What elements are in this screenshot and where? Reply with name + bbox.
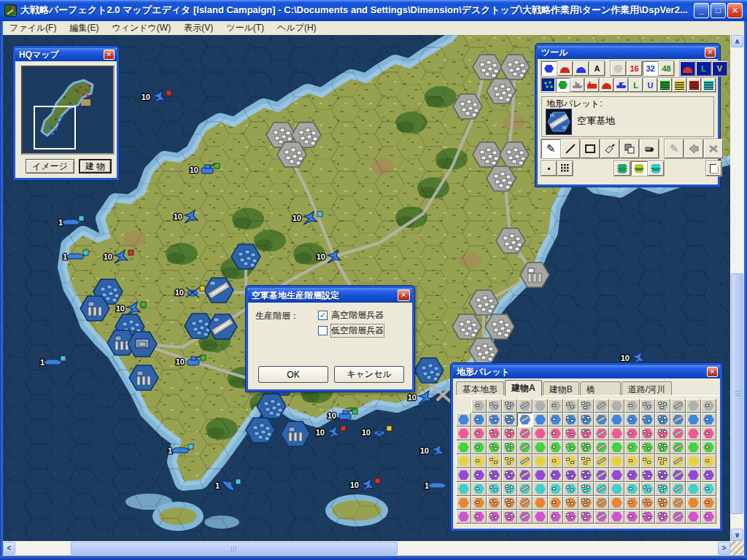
dialog-titlebar[interactable]: 空軍基地生産階層設定 ✕ [248, 288, 412, 303]
terrain-tile-r5c15[interactable] [686, 468, 701, 482]
terrain-tile-r2c16[interactable] [701, 427, 716, 440]
terrain-tile-r7c13[interactable] [655, 496, 670, 510]
bars-green-toggle[interactable] [658, 78, 672, 92]
terrain-tile-r3c12[interactable] [640, 440, 655, 454]
terrain-tile-r8c10[interactable] [609, 510, 624, 524]
terrain-tile-r5c8[interactable] [578, 468, 594, 482]
multi-dot-tool[interactable] [557, 161, 573, 176]
terrain-tile-r5c9[interactable] [594, 468, 609, 482]
terrain-tile-r2c0[interactable] [456, 427, 471, 440]
terrain-tile-r2c9[interactable] [594, 427, 609, 440]
dome-blue-toggle[interactable] [573, 61, 589, 76]
terrain-tile-r3c8[interactable] [578, 440, 594, 454]
terrain-tile-r7c16[interactable] [701, 496, 716, 510]
size-32-button[interactable]: 32 [643, 61, 658, 76]
terrain-tile-r6c12[interactable] [640, 482, 655, 496]
terrain-tile-r0c10[interactable] [609, 399, 624, 413]
hq-map-close-icon[interactable]: ✕ [104, 50, 115, 60]
terrain-tile-r1c14[interactable] [670, 413, 686, 427]
terrain-tile-r5c1[interactable] [471, 468, 487, 482]
terrain-tile-r3c5[interactable] [533, 440, 548, 454]
bars-red-toggle[interactable] [687, 78, 701, 92]
terrain-tile-r1c7[interactable] [563, 413, 578, 427]
palette-close-icon[interactable]: ✕ [707, 367, 718, 377]
vertical-scrollbar[interactable]: ∧ ∨ [730, 35, 744, 541]
terrain-tile-r3c13[interactable] [655, 440, 670, 454]
menu-item-1[interactable]: 編集(E) [63, 21, 105, 35]
close-button[interactable]: ✕ [727, 3, 743, 18]
horizontal-scrollbar[interactable]: < > [3, 541, 730, 556]
terrain-tile-r4c6[interactable] [548, 454, 563, 468]
terrain-tile-r4c7[interactable] [563, 454, 578, 468]
terrain-tile-r7c5[interactable] [533, 496, 548, 510]
terrain-tile-r1c9[interactable] [594, 413, 609, 427]
tools-titlebar[interactable]: ツール ✕ [538, 46, 718, 59]
rect-tool[interactable] [581, 139, 600, 158]
terrain-tile-r5c2[interactable] [487, 468, 502, 482]
pencil-tool[interactable]: ✎ [541, 139, 560, 158]
dome-overlay-toggle[interactable] [680, 61, 695, 76]
terrain-tile-r6c0[interactable] [456, 482, 471, 496]
terrain-tile-r2c13[interactable] [655, 427, 670, 440]
bars-yellow-toggle[interactable] [673, 78, 686, 92]
terrain-tile-r0c1[interactable] [471, 399, 487, 413]
terrain-tile-r1c1[interactable] [471, 413, 487, 427]
terrain-tile-r6c1[interactable] [471, 482, 487, 496]
terrain-tile-r2c15[interactable] [686, 427, 701, 440]
scroll-left-button[interactable]: < [3, 542, 15, 555]
resize-grip[interactable] [730, 541, 744, 556]
terrain-tile-r4c15[interactable] [686, 454, 701, 468]
terrain-tile-r2c6[interactable] [548, 427, 563, 440]
copy-tool[interactable] [620, 139, 639, 158]
terrain-tile-r8c16[interactable] [701, 510, 716, 524]
menu-item-3[interactable]: 表示(V) [177, 21, 220, 35]
terrain-tile-r2c10[interactable] [609, 427, 624, 440]
terrain-tile-r8c11[interactable] [624, 510, 640, 524]
terrain-tile-r8c2[interactable] [487, 510, 502, 524]
terrain-tile-r1c15[interactable] [686, 413, 701, 427]
hex-outline-toggle[interactable] [611, 61, 626, 76]
terrain-tile-r8c3[interactable] [502, 510, 517, 524]
terrain-tile-r0c6[interactable] [548, 399, 563, 413]
terrain-tile-r0c9[interactable] [594, 399, 609, 413]
terrain-tile-r6c4[interactable] [517, 482, 533, 496]
terrain-tile-r0c8[interactable] [578, 399, 594, 413]
terrain-tile-r2c4[interactable] [517, 427, 533, 440]
terrain-tile-r5c11[interactable] [624, 468, 640, 482]
pencil-alt-tool[interactable]: ✎ [665, 139, 684, 158]
scroll-right-button[interactable]: > [718, 542, 730, 555]
terrain-tile-r7c11[interactable] [624, 496, 640, 510]
ship-layer-toggle[interactable] [570, 78, 584, 92]
cancel-button[interactable]: キャンセル [334, 366, 404, 383]
terrain-tile-r5c10[interactable] [609, 468, 624, 482]
terrain-tile-r8c12[interactable] [640, 510, 655, 524]
terrain-tile-r4c9[interactable] [594, 454, 609, 468]
terrain-tile-r6c3[interactable] [502, 482, 517, 496]
terrain-tile-r0c15[interactable] [686, 399, 701, 413]
terrain-tile-r0c4[interactable] [517, 399, 533, 413]
terrain-tile-r6c2[interactable] [487, 482, 502, 496]
terrain-tile-r5c16[interactable] [701, 468, 716, 482]
terrain-tile-r2c8[interactable] [578, 427, 594, 440]
factory-layer-toggle[interactable] [585, 78, 599, 92]
new-map-tool[interactable] [706, 161, 721, 176]
terrain-tile-r1c8[interactable] [578, 413, 594, 427]
terrain-tile-r3c3[interactable] [502, 440, 517, 454]
terrain-tile-r1c12[interactable] [640, 413, 655, 427]
terrain-tile-r3c6[interactable] [548, 440, 563, 454]
terrain-tile-r8c14[interactable] [670, 510, 686, 524]
terrain-tile-r1c3[interactable] [502, 413, 517, 427]
terrain-tile-r0c14[interactable] [670, 399, 686, 413]
checkbox-label-0[interactable]: 高空階層兵器 [331, 309, 384, 322]
terrain-tile-r4c4[interactable] [517, 454, 533, 468]
palette-tab-2[interactable]: 建物B [543, 381, 579, 395]
terrain-tile-r1c5[interactable] [533, 413, 548, 427]
terrain-tile-r1c10[interactable] [609, 413, 624, 427]
terrain-tile-r5c12[interactable] [640, 468, 655, 482]
terrain-tile-r0c5[interactable] [533, 399, 548, 413]
terrain-tile-r0c3[interactable] [502, 399, 517, 413]
terrain-tile-r7c12[interactable] [640, 496, 655, 510]
palette-titlebar[interactable]: 地形パレット ✕ [453, 365, 720, 378]
terrain-tile-r4c3[interactable] [502, 454, 517, 468]
terrain-tile-r5c0[interactable] [456, 468, 471, 482]
